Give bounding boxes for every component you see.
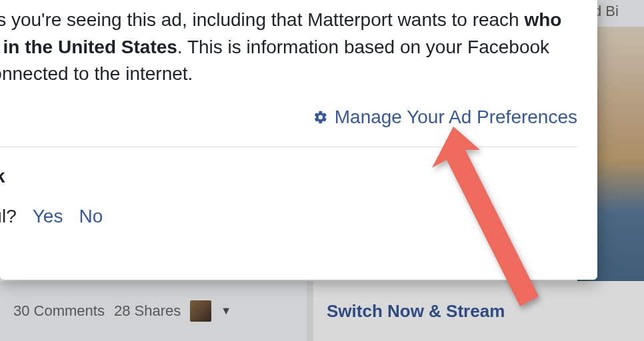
bg-text-fragment: d Bi: [591, 0, 644, 27]
comments-count[interactable]: 30 Comments: [13, 302, 105, 320]
avatar[interactable]: [190, 300, 211, 322]
divider: [0, 147, 577, 147]
shares-count[interactable]: 28 Shares: [114, 302, 181, 320]
chevron-down-icon[interactable]: ▼: [221, 305, 231, 317]
manage-ad-preferences-link[interactable]: Manage Your Ad Preferences: [335, 107, 577, 128]
ad-reason-text: sons you're seeing this ad, including th…: [0, 7, 577, 88]
promo-title: Switch Now & Stream: [307, 281, 644, 341]
yes-button[interactable]: Yes: [33, 206, 63, 227]
feedback-heading: hink: [0, 166, 577, 187]
gear-icon: [313, 110, 328, 125]
ad-info-popup: sons you're seeing this ad, including th…: [0, 0, 597, 280]
no-button[interactable]: No: [79, 206, 103, 227]
useful-label: seful?: [0, 206, 17, 227]
bg-bottom-bar: 30 Comments 28 Shares ▼ Switch Now & Str…: [0, 281, 644, 341]
